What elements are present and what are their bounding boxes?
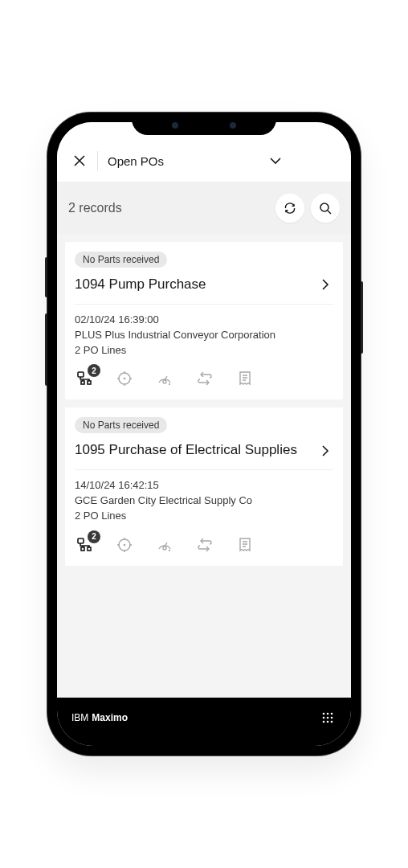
chevron-down-icon [268, 154, 283, 168]
svg-point-21 [331, 721, 333, 723]
header-divider [97, 151, 98, 170]
svg-point-15 [331, 713, 333, 715]
status-badge: No Parts received [75, 252, 167, 268]
svg-point-11 [124, 544, 126, 547]
target-button[interactable] [115, 369, 134, 388]
apps-menu-button[interactable] [319, 709, 337, 727]
svg-point-12 [163, 547, 166, 550]
refresh-button[interactable] [275, 194, 304, 223]
svg-point-14 [327, 713, 329, 715]
records-list: No Parts received 1094 Pump Purchase 02/… [57, 234, 351, 698]
screen: Open POs 2 records No Parts received 109… [57, 122, 351, 746]
chevron-right-icon [320, 279, 331, 290]
phone-notch [132, 113, 276, 135]
gauge-icon [156, 370, 173, 387]
gauge-button[interactable] [155, 369, 174, 388]
open-po-button[interactable] [317, 443, 333, 459]
gauge-button[interactable] [155, 535, 174, 555]
svg-rect-3 [88, 381, 91, 384]
po-actions: 2 [75, 535, 333, 555]
records-count: 2 records [68, 201, 269, 215]
close-button[interactable] [68, 149, 91, 172]
svg-rect-1 [78, 372, 84, 377]
card-divider [75, 304, 333, 305]
phone-frame: Open POs 2 records No Parts received 109… [47, 113, 361, 755]
svg-point-5 [124, 378, 126, 380]
brand-name: Maximo [92, 712, 128, 723]
svg-rect-2 [81, 381, 84, 384]
swap-button[interactable] [195, 535, 214, 555]
svg-point-19 [323, 721, 325, 723]
svg-rect-8 [81, 547, 84, 551]
refresh-icon [283, 201, 297, 215]
open-po-button[interactable] [317, 276, 333, 293]
svg-rect-9 [88, 547, 91, 551]
po-card: No Parts received 1095 Purchase of Elect… [65, 407, 343, 565]
svg-point-20 [327, 721, 329, 723]
swap-icon [196, 536, 214, 554]
svg-point-18 [331, 717, 333, 719]
po-supplier: GCE Garden City Electrical Supply Co [75, 493, 333, 509]
target-icon [116, 536, 133, 554]
apps-grid-icon [321, 711, 334, 724]
svg-point-6 [163, 380, 166, 383]
po-timestamp: 02/10/24 16:39:00 [75, 313, 333, 328]
receipt-icon [237, 536, 253, 554]
po-title: 1095 Purchase of Electrical Supplies [75, 441, 309, 460]
search-button[interactable] [311, 194, 340, 223]
search-icon [318, 201, 333, 215]
receipt-button[interactable] [235, 369, 255, 388]
po-supplier: PLUS Plus Industrial Conveyor Corporatio… [75, 328, 333, 343]
po-lines-count: 2 PO Lines [75, 509, 333, 524]
status-badge: No Parts received [75, 417, 167, 433]
po-lines-count: 2 PO Lines [75, 343, 333, 358]
svg-point-17 [327, 717, 329, 719]
po-title: 1094 Pump Purchase [75, 276, 309, 294]
list-toolbar: 2 records [57, 182, 351, 234]
target-icon [116, 370, 133, 387]
hierarchy-count-badge: 2 [88, 364, 100, 377]
dropdown-toggle[interactable] [266, 151, 285, 170]
svg-point-13 [323, 713, 325, 715]
card-divider [75, 469, 333, 470]
target-button[interactable] [115, 535, 134, 555]
brand-prefix: IBM [71, 712, 88, 723]
po-title-row[interactable]: 1095 Purchase of Electrical Supplies [75, 441, 333, 460]
po-actions: 2 [75, 369, 333, 388]
page-title: Open POs [108, 154, 266, 168]
svg-point-0 [320, 203, 328, 211]
hierarchy-button[interactable]: 2 [75, 535, 94, 555]
swap-icon [196, 370, 214, 387]
phone-side-button [361, 281, 363, 354]
app-footer: IBM Maximo [57, 698, 351, 746]
po-title-row[interactable]: 1094 Pump Purchase [75, 276, 333, 294]
swap-button[interactable] [195, 369, 214, 388]
receipt-icon [237, 370, 253, 387]
receipt-button[interactable] [235, 535, 255, 555]
close-icon [73, 154, 86, 167]
po-card: No Parts received 1094 Pump Purchase 02/… [65, 242, 343, 399]
svg-point-16 [323, 717, 325, 719]
chevron-right-icon [320, 445, 331, 457]
gauge-icon [156, 536, 173, 554]
hierarchy-count-badge: 2 [88, 530, 100, 543]
po-timestamp: 14/10/24 16:42:15 [75, 478, 333, 493]
hierarchy-button[interactable]: 2 [75, 369, 94, 388]
svg-rect-7 [78, 538, 84, 543]
